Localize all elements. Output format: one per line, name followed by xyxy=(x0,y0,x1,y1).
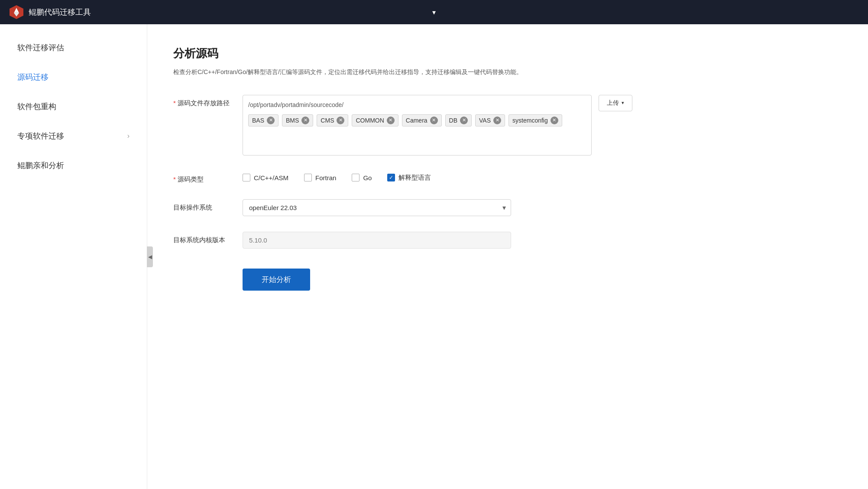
checkbox-label-cb-interpreted: 解释型语言 xyxy=(398,174,431,182)
source-path-label: * 源码文件存放路径 xyxy=(173,95,243,107)
tag-label: systemconfig xyxy=(512,117,548,124)
tag-label: BMS xyxy=(286,117,299,124)
checkbox-box-cb-cpp[interactable] xyxy=(243,174,250,181)
kernel-version-input xyxy=(243,232,511,249)
tag-tag-vas: VAS ✕ xyxy=(475,114,505,126)
page-description: 检查分析C/C++/Fortran/Go/解释型语言/汇编等源码文件，定位出需迁… xyxy=(173,67,563,78)
checkbox-label-cb-cpp: C/C++/ASM xyxy=(254,174,288,181)
tag-remove-btn[interactable]: ✕ xyxy=(460,117,468,124)
os-content: openEuler 22.03 openEuler 20.03 CentOS 7… xyxy=(243,199,632,216)
submit-label: 开始分析 xyxy=(262,275,291,284)
checkbox-item-cb-fortran[interactable]: Fortran xyxy=(304,174,336,181)
sidebar-item-source-migration[interactable]: 源码迁移 xyxy=(0,62,147,92)
os-select[interactable]: openEuler 22.03 openEuler 20.03 CentOS 7… xyxy=(243,199,511,216)
logo-area: 鲲鹏代码迁移工具 xyxy=(9,4,91,20)
sidebar-item-kunpeng-affinity[interactable]: 鲲鹏亲和分析 xyxy=(0,151,147,180)
tag-tag-common: COMMON ✕ xyxy=(352,114,398,126)
required-star-type: * xyxy=(173,175,176,183)
tag-remove-btn[interactable]: ✕ xyxy=(301,117,309,124)
upload-dropdown-icon: ▾ xyxy=(622,100,624,106)
checkbox-item-cb-interpreted[interactable]: 解释型语言 xyxy=(387,174,431,182)
sidebar-label-kunpeng-affinity: 鲲鹏亲和分析 xyxy=(17,160,64,171)
header-chevron-icon[interactable]: ▾ xyxy=(432,8,436,16)
os-select-wrapper: openEuler 22.03 openEuler 20.03 CentOS 7… xyxy=(243,199,511,216)
kernel-row: 目标系统内核版本 xyxy=(173,232,842,249)
sidebar-item-software-migration-eval[interactable]: 软件迁移评估 xyxy=(0,33,147,62)
checkbox-label-cb-fortran: Fortran xyxy=(315,174,336,181)
tag-remove-btn[interactable]: ✕ xyxy=(337,117,344,124)
sidebar-label-software-migration-eval: 软件迁移评估 xyxy=(17,42,64,53)
collapse-icon: ◀ xyxy=(148,254,152,260)
source-type-content: C/C++/ASMFortranGo解释型语言 xyxy=(243,171,632,182)
sidebar: 软件迁移评估 源码迁移 软件包重构 专项软件迁移 › 鲲鹏亲和分析 ◀ xyxy=(0,24,147,489)
source-path-row: * 源码文件存放路径 /opt/portadv/portadmin/source… xyxy=(173,95,842,155)
page-title: 分析源码 xyxy=(173,46,842,61)
upload-label: 上传 xyxy=(607,99,619,107)
main-content: 分析源码 检查分析C/C++/Fortran/Go/解释型语言/汇编等源码文件，… xyxy=(147,24,868,489)
tag-label: COMMON xyxy=(356,117,384,124)
checkbox-item-cb-go[interactable]: Go xyxy=(352,174,372,181)
app-title: 鲲鹏代码迁移工具 xyxy=(29,7,91,17)
required-star-path: * xyxy=(173,99,176,107)
tag-label: BAS xyxy=(252,117,264,124)
submit-content: 开始分析 xyxy=(243,264,632,291)
source-path-content: /opt/portadv/portadmin/sourcecode/ BAS ✕… xyxy=(243,95,632,155)
kernel-content xyxy=(243,232,632,249)
submit-button[interactable]: 开始分析 xyxy=(243,269,310,291)
checkbox-box-cb-interpreted[interactable] xyxy=(387,174,395,181)
checkbox-box-cb-fortran[interactable] xyxy=(304,174,312,181)
source-type-row: * 源码类型 C/C++/ASMFortranGo解释型语言 xyxy=(173,171,842,184)
tag-remove-btn[interactable]: ✕ xyxy=(267,117,275,124)
tag-remove-btn[interactable]: ✕ xyxy=(551,117,558,124)
tags-container: BAS ✕BMS ✕CMS ✕COMMON ✕Camera ✕DB ✕VAS ✕… xyxy=(248,114,586,126)
os-row: 目标操作系统 openEuler 22.03 openEuler 20.03 C… xyxy=(173,199,842,216)
tag-tag-camera: Camera ✕ xyxy=(402,114,442,126)
tag-tag-bms: BMS ✕ xyxy=(282,114,313,126)
tag-tag-db: DB ✕ xyxy=(445,114,472,126)
tag-tag-systemconfig: systemconfig ✕ xyxy=(508,114,562,126)
tag-label: CMS xyxy=(321,117,334,124)
checkbox-item-cb-cpp[interactable]: C/C++/ASM xyxy=(243,174,288,181)
checkbox-label-cb-go: Go xyxy=(363,174,372,181)
sidebar-label-special-migration: 专项软件迁移 xyxy=(17,131,64,141)
upload-button[interactable]: 上传 ▾ xyxy=(599,95,632,111)
checkbox-group: C/C++/ASMFortranGo解释型语言 xyxy=(243,171,632,182)
sidebar-label-software-repack: 软件包重构 xyxy=(17,101,56,112)
os-label: 目标操作系统 xyxy=(173,199,243,212)
tag-tag-bas: BAS ✕ xyxy=(248,114,279,126)
checkbox-box-cb-go[interactable] xyxy=(352,174,360,181)
submit-label-spacer xyxy=(173,264,243,269)
main-layout: 软件迁移评估 源码迁移 软件包重构 专项软件迁移 › 鲲鹏亲和分析 ◀ 分析源码… xyxy=(0,24,868,489)
tag-label: Camera xyxy=(406,117,428,124)
source-type-label: * 源码类型 xyxy=(173,171,243,184)
kernel-label: 目标系统内核版本 xyxy=(173,232,243,244)
tag-area[interactable]: /opt/portadv/portadmin/sourcecode/ BAS ✕… xyxy=(243,95,592,155)
tag-label: VAS xyxy=(479,117,491,124)
sidebar-item-software-repack[interactable]: 软件包重构 xyxy=(0,92,147,121)
tag-tag-cms: CMS ✕ xyxy=(317,114,348,126)
tag-input-wrapper: /opt/portadv/portadmin/sourcecode/ BAS ✕… xyxy=(243,95,632,155)
submit-row: 开始分析 xyxy=(173,264,842,291)
sidebar-item-special-migration[interactable]: 专项软件迁移 › xyxy=(0,121,147,151)
tag-label: DB xyxy=(449,117,457,124)
tag-remove-btn[interactable]: ✕ xyxy=(430,117,438,124)
tag-remove-btn[interactable]: ✕ xyxy=(387,117,395,124)
app-header: 鲲鹏代码迁移工具 ▾ xyxy=(0,0,868,24)
sidebar-collapse-handle[interactable]: ◀ xyxy=(147,246,153,267)
chevron-right-icon: › xyxy=(127,132,130,140)
path-hint: /opt/portadv/portadmin/sourcecode/ xyxy=(248,100,586,110)
kunpeng-logo-icon xyxy=(9,4,24,20)
sidebar-label-source-migration: 源码迁移 xyxy=(17,72,49,82)
tag-remove-btn[interactable]: ✕ xyxy=(493,117,501,124)
